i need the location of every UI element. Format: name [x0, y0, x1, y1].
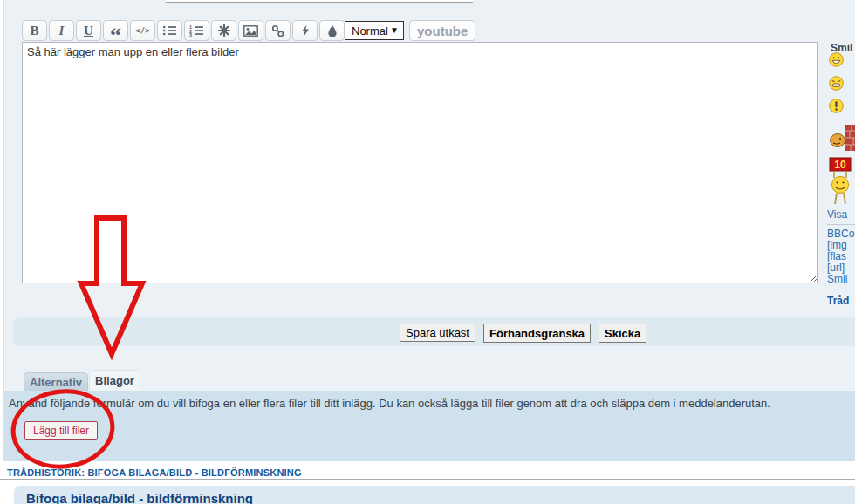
flash-button[interactable]	[292, 20, 318, 41]
preview-button[interactable]: Förhandsgranska	[483, 324, 591, 343]
sidebar-divider	[827, 289, 855, 289]
sidebar-divider	[827, 224, 855, 225]
thread-history-sidebar-header: Tråd	[827, 295, 849, 307]
bottom-divider	[0, 479, 855, 480]
asterisk-icon	[218, 24, 230, 37]
attachments-panel: Använd följande formulär om du vill bifo…	[4, 391, 855, 461]
actions-row: Spara utkast Förhandsgranska Skicka	[400, 324, 646, 343]
svg-text:3: 3	[189, 32, 192, 37]
attachments-info-text: Använd följande formulär om du vill bifo…	[9, 397, 770, 410]
bbcode-status-lines: BBCo [img [flas [url] Smil	[827, 228, 854, 285]
droplet-icon	[326, 24, 339, 37]
code-button[interactable]: </>	[130, 20, 155, 41]
post-editor-screen: B I U “ </> 1 2 3	[0, 0, 855, 504]
bold-icon: B	[30, 24, 38, 38]
submit-button[interactable]: Skicka	[598, 324, 646, 343]
topic-title-box: Bifoga bilaga/bild - bildförminskning	[14, 486, 855, 504]
tab-alternativ[interactable]: Alternativ	[24, 372, 88, 391]
format-select[interactable]: Normal	[345, 21, 404, 40]
exclaim-smiley-icon[interactable]	[829, 99, 844, 113]
headbang-smiley-icon[interactable]	[829, 125, 855, 151]
underline-button[interactable]: U	[76, 20, 101, 41]
lightning-icon	[299, 24, 311, 37]
save-draft-button[interactable]: Spara utkast	[400, 324, 475, 342]
ordered-list-button[interactable]: 1 2 3	[184, 20, 209, 41]
svg-text:10: 10	[834, 159, 846, 171]
topic-title: Bifoga bilaga/bild - bildförminskning	[26, 491, 253, 504]
quote-icon: “	[110, 22, 121, 39]
lol-smiley-icon[interactable]	[829, 76, 844, 91]
show-more-smilies-link[interactable]: Visa	[827, 208, 847, 221]
grin-smiley-icon[interactable]	[829, 52, 844, 67]
ten-points-smiley-icon[interactable]: 10	[827, 157, 855, 206]
bold-button[interactable]: B	[22, 20, 47, 41]
chevron-down-icon	[390, 25, 399, 35]
subject-input-partial[interactable]	[166, 0, 473, 3]
editor-toolbar: B I U “ </> 1 2 3	[22, 20, 345, 41]
bullet-list-button[interactable]	[157, 20, 182, 41]
status-line: Smil	[827, 274, 854, 285]
smilies-button[interactable]	[211, 20, 236, 41]
add-files-button[interactable]: Lägg till filer	[24, 421, 98, 440]
bottom-section: TRÅDHISTORIK: BIFOGA BILAGA/BILD - BILDF…	[0, 461, 855, 504]
message-textarea[interactable]: Så här lägger man upp en eller flera bil…	[22, 42, 818, 283]
insert-image-button[interactable]	[238, 20, 263, 41]
code-icon: </>	[135, 26, 149, 35]
bullet-list-icon	[162, 24, 177, 37]
insert-link-button[interactable]	[265, 20, 291, 41]
youtube-button[interactable]: youtube	[409, 20, 475, 41]
quote-button[interactable]: “	[103, 20, 128, 41]
format-select-value: Normal	[352, 24, 388, 37]
ordered-list-icon: 1 2 3	[189, 24, 204, 37]
thread-history-label: TRÅDHISTORIK: BIFOGA BILAGA/BILD - BILDF…	[7, 467, 302, 478]
italic-button[interactable]: I	[49, 20, 74, 41]
font-colour-button[interactable]	[319, 20, 345, 41]
link-icon	[271, 24, 284, 37]
tab-bilagor[interactable]: Bilagor	[89, 370, 140, 391]
italic-icon: I	[59, 24, 65, 38]
image-icon	[243, 25, 258, 37]
underline-icon: U	[84, 24, 93, 38]
